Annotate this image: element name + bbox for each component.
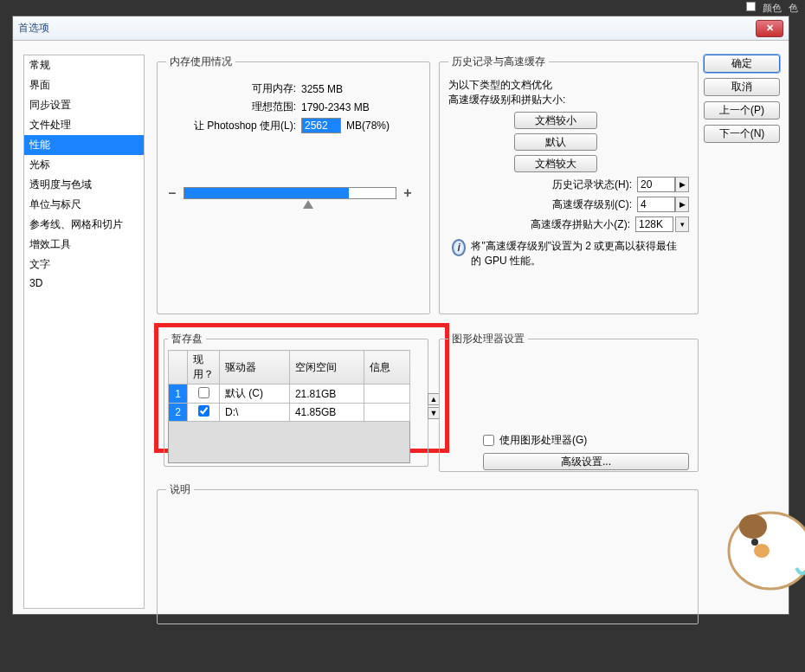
- chevron-down-icon[interactable]: ▾: [675, 216, 689, 232]
- sidebar-item[interactable]: 常规: [24, 55, 144, 75]
- doc-small-button[interactable]: 文档较小: [514, 112, 597, 129]
- svg-point-2: [754, 544, 770, 558]
- sidebar-item[interactable]: 界面: [24, 75, 144, 95]
- use-gpu-checkbox[interactable]: [483, 435, 494, 446]
- sidebar-item[interactable]: 同步设置: [24, 95, 144, 115]
- scratch-disks-area: 暂存盘 现用？ 驱动器 空闲空间 信息 1默认 (C)21.81GB2D:\41…: [164, 332, 440, 470]
- stepper-icon[interactable]: ▶: [675, 177, 689, 192]
- sidebar-item[interactable]: 光标: [24, 155, 144, 175]
- sidebar-item[interactable]: 文件处理: [24, 115, 144, 135]
- dialog-buttons: 确定 取消 上一个(P) 下一个(N): [704, 55, 780, 143]
- close-icon: ✕: [766, 23, 774, 34]
- reorder-buttons: ▲ ▼: [428, 393, 440, 419]
- doc-large-button[interactable]: 文档较大: [514, 155, 597, 172]
- default-button[interactable]: 默认: [514, 133, 597, 151]
- sidebar-item[interactable]: 单位与标尺: [24, 195, 144, 215]
- sidebar-item[interactable]: 文字: [24, 255, 144, 275]
- sidebar-item[interactable]: 性能: [24, 135, 144, 155]
- ok-button[interactable]: 确定: [704, 55, 780, 73]
- table-row[interactable]: 2D:\41.85GB: [169, 404, 410, 422]
- preferences-dialog: 首选项 ✕ 常规界面同步设置文件处理性能光标透明度与色域单位与标尺参考线、网格和…: [12, 16, 789, 615]
- memory-slider[interactable]: [184, 187, 396, 199]
- col-info[interactable]: 信息: [364, 351, 410, 384]
- scratch-active-checkbox[interactable]: [198, 387, 209, 398]
- svg-point-1: [739, 514, 767, 539]
- history-intro2: 高速缓存级别和拼贴大小:: [448, 93, 689, 107]
- stepper-icon[interactable]: ▶: [675, 197, 689, 212]
- let-use-label: 让 Photoshop 使用(L):: [166, 119, 296, 133]
- move-up-button[interactable]: ▲: [428, 393, 440, 405]
- sidebar-item[interactable]: 增效工具: [24, 235, 144, 255]
- scratch-drive: 默认 (C): [220, 384, 290, 404]
- slider-thumb-icon[interactable]: [303, 200, 313, 209]
- gpu-hint: 将"高速缓存级别"设置为 2 或更高以获得最佳的 GPU 性能。: [471, 239, 686, 268]
- history-legend: 历史记录与高速缓存: [448, 55, 549, 69]
- plus-icon[interactable]: +: [402, 185, 414, 201]
- memory-unit: MB(78%): [346, 120, 390, 132]
- minus-icon[interactable]: –: [166, 185, 178, 201]
- available-mem-label: 可用内存:: [166, 81, 296, 96]
- scratch-free: 41.85GB: [289, 404, 364, 422]
- advanced-gpu-button[interactable]: 高级设置...: [483, 453, 689, 470]
- available-mem-value: 3255 MB: [301, 83, 343, 95]
- col-drive[interactable]: 驱动器: [220, 351, 290, 384]
- sidebar-item[interactable]: 透明度与色域: [24, 175, 144, 195]
- app-topbar: 颜色 色: [739, 0, 805, 16]
- description-group: 说明: [157, 482, 699, 624]
- history-cache-group: 历史记录与高速缓存 为以下类型的文档优化 高速缓存级别和拼贴大小: 文档较小 默…: [439, 55, 699, 314]
- history-intro1: 为以下类型的文档优化: [448, 78, 689, 93]
- category-sidebar: 常规界面同步设置文件处理性能光标透明度与色域单位与标尺参考线、网格和切片增效工具…: [23, 55, 145, 609]
- scratch-active-checkbox[interactable]: [198, 405, 209, 417]
- memory-usage-group: 内存使用情况 可用内存:3255 MB 理想范围:1790-2343 MB 让 …: [157, 55, 430, 314]
- move-down-button[interactable]: ▼: [428, 407, 440, 419]
- prev-button[interactable]: 上一个(P): [704, 101, 780, 120]
- gpu-legend: 图形处理器设置: [448, 332, 528, 346]
- sidebar-item[interactable]: 3D: [24, 275, 144, 292]
- col-active[interactable]: 现用？: [188, 351, 220, 384]
- scratch-table: 现用？ 驱动器 空闲空间 信息 1默认 (C)21.81GB2D:\41.85G…: [168, 350, 410, 463]
- scratch-disks-group: 暂存盘 现用？ 驱动器 空闲空间 信息 1默认 (C)21.81GB2D:\41…: [164, 332, 428, 467]
- table-row[interactable]: 1默认 (C)21.81GB: [169, 384, 410, 404]
- sidebar-item[interactable]: 参考线、网格和切片: [24, 215, 144, 235]
- history-states-input[interactable]: [637, 177, 675, 192]
- color-label: 颜色: [763, 2, 782, 14]
- ideal-range-label: 理想范围:: [166, 100, 296, 114]
- swatch-icon: [746, 2, 756, 11]
- description-legend: 说明: [166, 482, 194, 497]
- dialog-body: 常规界面同步设置文件处理性能光标透明度与色域单位与标尺参考线、网格和切片增效工具…: [13, 41, 789, 614]
- swatch-label: 色: [789, 2, 798, 14]
- close-button[interactable]: ✕: [756, 20, 783, 37]
- scratch-free: 21.81GB: [289, 384, 364, 404]
- scratch-legend: 暂存盘: [168, 332, 206, 346]
- cache-levels-input[interactable]: [637, 197, 675, 212]
- scratch-drive: D:\: [220, 404, 290, 422]
- slider-fill: [184, 188, 349, 198]
- cancel-button[interactable]: 取消: [704, 78, 780, 96]
- next-button[interactable]: 下一个(N): [704, 125, 780, 143]
- dialog-title: 首选项: [18, 21, 49, 36]
- memory-legend: 内存使用情况: [166, 55, 235, 69]
- use-gpu-label: 使用图形处理器(G): [499, 433, 587, 448]
- ideal-range-value: 1790-2343 MB: [301, 101, 370, 113]
- history-states-label: 历史记录状态(H):: [552, 178, 632, 192]
- cache-levels-label: 高速缓存级别(C):: [552, 197, 632, 212]
- gpu-settings-group: 图形处理器设置 使用图形处理器(G) 高级设置...: [439, 332, 699, 472]
- col-free[interactable]: 空闲空间: [289, 351, 364, 384]
- titlebar: 首选项 ✕: [13, 16, 789, 41]
- info-icon: i: [452, 239, 466, 256]
- svg-point-3: [751, 539, 758, 546]
- memory-value-input[interactable]: [301, 118, 341, 133]
- cache-tile-dropdown[interactable]: [635, 216, 673, 232]
- cache-tile-label: 高速缓存拼贴大小(Z):: [531, 217, 630, 232]
- mascot-image: [718, 490, 805, 594]
